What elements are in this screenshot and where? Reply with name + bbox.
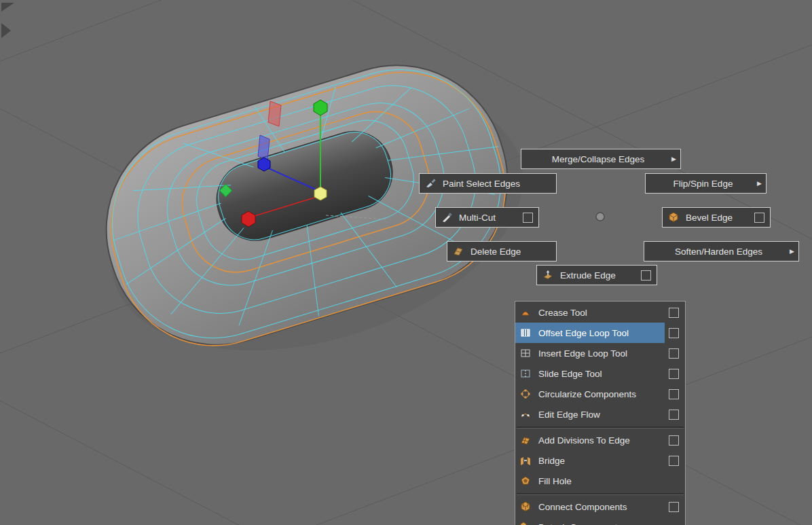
menu-item-connect-components[interactable]: Connect Components [515, 496, 685, 517]
menu-item-label: Merge/Collapse Edges [552, 154, 645, 164]
menu-item-paint-select-edges[interactable]: Paint Select Edges [419, 173, 557, 194]
menu-item-label: Bevel Edge [686, 213, 733, 223]
submenu-arrow-icon: ▶ [757, 181, 762, 187]
extrude-edge-icon [542, 270, 555, 280]
menu-item-label: Circularize Components [538, 389, 636, 399]
z-axis-handle[interactable] [258, 158, 270, 171]
yz-plane-handle[interactable] [258, 135, 270, 160]
menu-item-fill-hole[interactable]: Fill Hole [515, 471, 685, 491]
menu-item-extrude-edge[interactable]: Extrude Edge [536, 265, 657, 285]
fill-hole-icon [520, 475, 534, 486]
viewport-corner-marks [1, 3, 14, 38]
center-handle[interactable] [314, 187, 327, 200]
option-box[interactable] [669, 410, 679, 420]
menu-item-circularize-components[interactable]: Circularize Components [515, 384, 685, 404]
menu-item-soften-harden-edges[interactable]: Soften/Harden Edges ▶ [644, 241, 799, 261]
menu-item-label: Bridge [538, 456, 565, 466]
option-box[interactable] [641, 270, 651, 280]
menu-item-label: Edit Edge Flow [538, 410, 600, 420]
menu-item-add-divisions-to-edge[interactable]: Add Divisions To Edge [515, 430, 685, 450]
menu-item-label: Offset Edge Loop Tool [538, 328, 629, 338]
menu-item-insert-edge-loop-tool[interactable]: Insert Edge Loop Tool [515, 343, 685, 363]
option-box[interactable] [669, 328, 679, 338]
option-box[interactable] [669, 369, 679, 379]
delete-edge-icon [453, 246, 466, 257]
menu-item-label: Connect Components [538, 502, 627, 512]
insert-edge-loop-tool-icon [520, 348, 534, 359]
menu-item-detach-components[interactable]: Detach Components [515, 517, 685, 525]
crease-tool-icon [520, 307, 534, 318]
edit-edge-flow-icon [520, 409, 534, 420]
detach-components-icon [520, 522, 534, 525]
multi-cut-icon [441, 212, 454, 223]
option-box[interactable] [669, 389, 679, 399]
menu-item-label: Slide Edge Tool [538, 369, 602, 379]
menu-item-bridge[interactable]: Bridge [515, 450, 685, 471]
menu-item-label: Paint Select Edges [443, 179, 520, 189]
menu-item-multi-cut[interactable]: Multi-Cut [435, 207, 539, 228]
menu-item-bevel-edge[interactable]: Bevel Edge [662, 207, 771, 228]
option-box[interactable] [754, 213, 764, 223]
menu-item-label: Soften/Harden Edges [675, 247, 762, 257]
menu-item-slide-edge-tool[interactable]: Slide Edge Tool [515, 363, 685, 384]
marking-menu-center-dot [596, 213, 604, 221]
add-divisions-to-edge-icon [520, 435, 534, 446]
menu-item-label: Insert Edge Loop Tool [538, 348, 627, 359]
bevel-edge-icon [668, 212, 681, 223]
xy-plane-handle[interactable] [268, 101, 281, 126]
option-box[interactable] [523, 213, 533, 223]
slide-edge-tool-icon [520, 368, 534, 379]
circularize-components-icon [520, 388, 534, 399]
viewport-3d-canvas[interactable] [0, 0, 812, 525]
menu-item-edit-edge-flow[interactable]: Edit Edge Flow [515, 404, 685, 424]
option-box[interactable] [669, 435, 679, 446]
menu-item-flip-spin-edge[interactable]: Flip/Spin Edge ▶ [645, 173, 767, 194]
submenu-arrow-icon: ▶ [790, 249, 794, 255]
option-box[interactable] [669, 502, 679, 512]
menu-item-label: Add Divisions To Edge [538, 435, 630, 446]
submenu-arrow-icon: ▶ [671, 156, 676, 162]
menu-separator [515, 424, 685, 430]
menu-item-delete-edge[interactable]: Delete Edge [447, 241, 557, 261]
menu-item-label: Crease Tool [538, 308, 587, 318]
menu-item-label: Detach Components [538, 522, 622, 525]
connect-components-icon [520, 501, 534, 512]
bridge-icon [520, 455, 534, 466]
menu-item-offset-edge-loop-tool[interactable]: Offset Edge Loop Tool [515, 323, 685, 343]
menu-item-label: Flip/Spin Edge [673, 179, 733, 189]
option-box[interactable] [669, 308, 679, 318]
menu-item-label: Multi-Cut [459, 213, 496, 223]
paint-select-edges-icon [425, 178, 438, 189]
edge-tools-menu: Crease Tool Offset Edge Loop Tool [515, 301, 686, 525]
option-box[interactable] [669, 348, 679, 359]
offset-edge-loop-tool-icon [520, 327, 534, 338]
menu-item-label: Fill Hole [538, 476, 572, 486]
option-box[interactable] [669, 456, 679, 466]
menu-item-label: Delete Edge [470, 247, 521, 257]
menu-item-label: Extrude Edge [560, 270, 616, 280]
menu-item-merge-collapse-edges[interactable]: Merge/Collapse Edges ▶ [521, 149, 681, 169]
menu-separator [515, 491, 685, 496]
menu-item-crease-tool[interactable]: Crease Tool [515, 302, 685, 323]
